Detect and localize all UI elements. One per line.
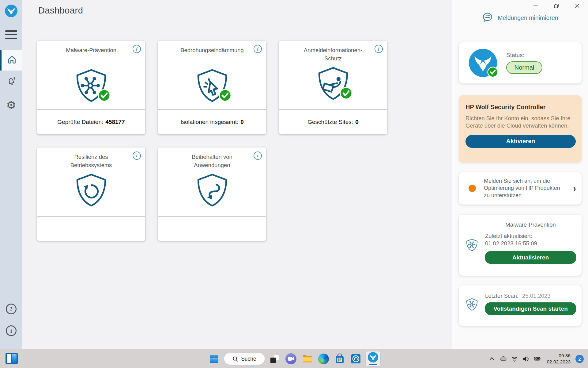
notification-count-badge[interactable]: 2 [575, 355, 584, 363]
info-icon[interactable]: i [133, 45, 141, 53]
hp-app-icon [351, 354, 361, 364]
clock-date: 02.02.2023 [547, 359, 571, 365]
main-content: Dashboard i Malware-Prävention [22, 0, 452, 349]
card-malware-prevention[interactable]: i Malware-Prävention [37, 41, 145, 134]
minimize-messages-label: Meldungen minimieren [498, 14, 558, 21]
shield-credentials-icon [315, 65, 352, 102]
shield-network-icon [465, 238, 479, 253]
search-input[interactable]: Suche [224, 353, 265, 365]
card-footer: Geschützte Sites:0 [279, 109, 387, 134]
update-button[interactable]: Aktualisieren [485, 251, 576, 264]
minimize-messages-button[interactable]: Meldungen minimieren [452, 12, 588, 24]
info-icon[interactable]: i [254, 151, 262, 160]
file-explorer-icon [302, 353, 313, 364]
hp-wolf-security-button[interactable] [366, 351, 380, 366]
sidebar-item-help[interactable]: ? [0, 304, 22, 314]
status-label: Status: [506, 52, 542, 59]
shield-network-icon [73, 67, 110, 104]
onedrive-cloud-icon[interactable] [499, 355, 507, 362]
start-button[interactable] [208, 352, 221, 365]
hp-wolf-logo-icon [5, 5, 17, 17]
edge-icon [318, 354, 329, 364]
shield-cursor-icon [194, 67, 231, 104]
card-footer [37, 216, 145, 241]
card-footer [158, 216, 266, 241]
status-badge: Normal [506, 61, 542, 74]
card-os-resilience[interactable]: i Resilienz des Betriebssystems [37, 148, 145, 241]
task-view-icon [270, 354, 280, 364]
page-title: Dashboard [38, 6, 83, 16]
file-explorer-button[interactable] [301, 352, 314, 365]
last-scan-value: 25.01.2023 [522, 293, 551, 299]
restore-icon[interactable] [553, 2, 560, 9]
status-card: Status: Normal [459, 42, 582, 83]
chat-bubble-icon [482, 12, 493, 24]
notifications-bell-icon [6, 75, 17, 88]
edge-browser-button[interactable] [317, 352, 330, 365]
card-credentials-protection[interactable]: i Anmeldeinformationen-Schutz [279, 41, 387, 134]
info-icon[interactable]: i [254, 45, 262, 53]
taskbar-clock[interactable]: 09:36 02.02.2023 [547, 353, 571, 365]
updated-label: Zuletzt aktualisiert: [485, 232, 576, 240]
help-icon: ? [6, 304, 17, 314]
task-view-button[interactable] [268, 352, 281, 365]
signin-text: Melden Sie sich an, um die Optimierung v… [484, 178, 565, 199]
volume-icon[interactable] [522, 355, 530, 362]
controller-title: HP Wolf Security Controller [466, 104, 575, 111]
search-icon [232, 356, 238, 362]
home-icon [6, 54, 17, 67]
notifications-panel: Meldungen minimieren Stat [452, 0, 588, 349]
chat-button[interactable] [285, 352, 297, 365]
card-app-persistence[interactable]: i Beibehalten von Anwendungen [158, 148, 266, 241]
controller-body: Richten Sie Ihr Konto ein, sodass Sie Ih… [466, 115, 575, 130]
activate-button[interactable]: Aktivieren [466, 135, 576, 148]
check-badge-icon [340, 87, 352, 100]
info-icon[interactable]: i [133, 151, 141, 160]
sidebar-item-notifications[interactable] [0, 72, 22, 91]
sidebar-item-settings[interactable]: ⚙ [0, 96, 22, 115]
card-footer: Isolationen insgesamt:0 [158, 109, 266, 134]
minimize-icon[interactable] [532, 2, 539, 9]
check-badge-icon [98, 89, 111, 102]
full-scan-button[interactable]: Vollständigen Scan starten [485, 302, 576, 315]
hamburger-menu-icon[interactable] [5, 30, 17, 39]
last-scan-label: Letzter Scan: [485, 293, 518, 299]
shield-persistence-icon [194, 171, 231, 209]
taskbar: Suche [0, 349, 588, 368]
check-badge-icon [487, 67, 498, 78]
search-label: Suche [241, 356, 256, 362]
windows-start-icon [210, 355, 218, 363]
hp-app-button[interactable] [349, 352, 362, 365]
battery-charging-icon[interactable] [533, 355, 541, 362]
info-icon[interactable]: i [375, 45, 383, 53]
chevron-right-icon[interactable]: › [573, 182, 576, 195]
hp-wolf-logo-icon [368, 352, 378, 364]
check-badge-icon [219, 89, 232, 102]
updated-value: 01.02.2023 16:55:09 [485, 240, 576, 247]
card-footer: Geprüfte Dateien:458177 [37, 109, 145, 134]
clock-time: 09:36 [547, 353, 571, 359]
active-app-indicator [369, 364, 377, 365]
orange-dot-icon [469, 185, 476, 192]
wifi-icon[interactable] [511, 355, 518, 362]
sidebar-item-info[interactable]: i [0, 325, 22, 336]
info-icon: i [6, 325, 17, 336]
chat-icon [285, 353, 296, 364]
dashboard-cards: i Malware-Prävention [37, 41, 389, 241]
microsoft-store-button[interactable] [333, 352, 346, 365]
screen: ⚙ ? i Dashboard i Malware-Prävention [0, 0, 588, 368]
sidebar: ⚙ ? i [0, 0, 22, 349]
sidebar-item-home[interactable] [0, 50, 22, 71]
controller-card: HP Wolf Security Controller Richten Sie … [459, 95, 582, 163]
shield-network-icon [465, 297, 479, 313]
settings-gear-icon: ⚙ [6, 100, 16, 111]
card-threat-containment[interactable]: i Bedrohungseindämmung [158, 41, 266, 134]
malware-update-card: Malware-Prävention Zuletzt aktualisiert:… [459, 215, 582, 276]
close-icon[interactable] [574, 2, 581, 9]
malware-card-title: Malware-Prävention [485, 221, 576, 228]
shield-restore-icon [73, 171, 110, 209]
tray-chevron-up-icon[interactable] [488, 355, 496, 362]
snap-layout-icon[interactable] [6, 353, 18, 364]
hp-wolf-logo-icon [469, 49, 497, 77]
signin-card[interactable]: Melden Sie sich an, um die Optimierung v… [459, 172, 582, 205]
